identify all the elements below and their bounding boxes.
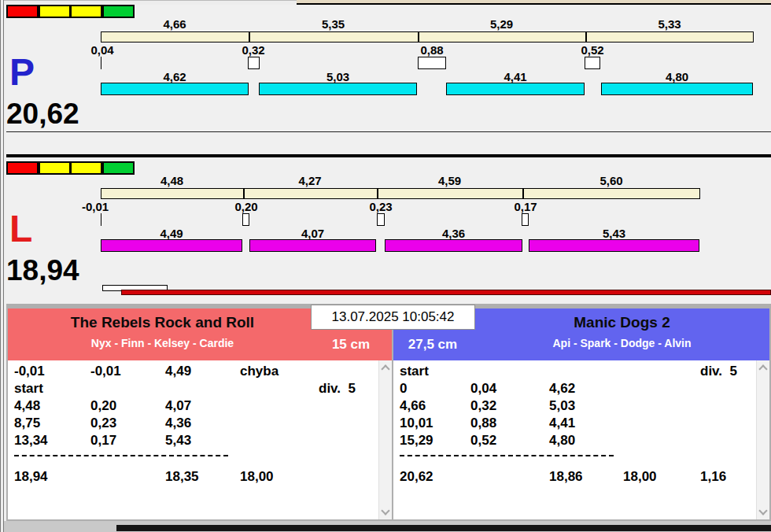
result-cell: 0,88 <box>470 416 496 431</box>
table-scrollbar[interactable] <box>756 360 769 519</box>
result-cell: 4,62 <box>549 381 575 397</box>
total-cell: 18,35 <box>165 469 199 485</box>
delta-value-label: 0,88 <box>420 43 443 56</box>
run-time-bar <box>249 239 376 252</box>
result-cell: 0,20 <box>90 398 116 414</box>
delta-value-label: 0,52 <box>581 43 603 56</box>
delta-tick-mark <box>101 57 101 69</box>
team-name-left: The Rebels Rock and Roll <box>8 314 317 331</box>
lane-letter-P: P <box>9 54 35 91</box>
total-cell: 18,86 <box>549 469 583 485</box>
split-time-label: 5,29 <box>490 17 513 30</box>
team-dogs-left: Nyx - Finn - Kelsey - Cardie <box>8 337 317 349</box>
delta-value-label: 0,32 <box>242 43 264 56</box>
result-cell: 0,23 <box>90 416 116 431</box>
result-cell: -0,01 <box>14 364 45 379</box>
results-table-right: startdiv. 500,044,624,660,325,0310,010,8… <box>393 360 769 519</box>
split-bar-divider <box>418 31 419 42</box>
result-cell: div. 5 <box>319 381 356 397</box>
scroll-down-button[interactable] <box>758 506 767 515</box>
total-cell: 18,00 <box>623 469 657 485</box>
split-time-bar <box>101 31 754 42</box>
split-time-bar <box>101 188 700 199</box>
run-time-label: 5,03 <box>326 70 349 83</box>
result-cell: 10,01 <box>400 416 433 431</box>
jump-height-left: 15 cm <box>311 337 391 353</box>
delta-value-label: 0,23 <box>369 200 392 212</box>
run-time-bar <box>385 239 522 252</box>
split-time-label: 4,59 <box>438 174 461 187</box>
result-cell: 4,41 <box>549 416 575 431</box>
results-table-left: -0,01-0,014,49chybastartdiv. 54,480,204,… <box>8 360 392 519</box>
run-time-bar <box>101 239 242 252</box>
result-cell: 4,66 <box>400 398 426 414</box>
progress-bar <box>121 290 771 295</box>
run-time-label: 4,41 <box>504 70 526 83</box>
result-cell: chyba <box>240 364 279 379</box>
run-time-bar <box>259 83 417 95</box>
delta-checkbox[interactable] <box>242 213 249 226</box>
window-bottom-edge <box>0 521 771 532</box>
lane-total-time: 20,62 <box>6 99 79 128</box>
run-time-bar <box>446 83 585 95</box>
run-time-bar <box>529 239 699 252</box>
lane-letter-L: L <box>9 210 32 248</box>
traffic-light-yellow <box>39 5 71 18</box>
lane-panel-right: 4,665,355,295,330,040,320,880,524,625,03… <box>0 5 771 131</box>
split-time-label: 4,66 <box>163 17 186 30</box>
taskbar-fragment <box>116 525 771 531</box>
run-time-label: 4,49 <box>160 227 183 239</box>
run-time-label: 4,36 <box>442 227 465 239</box>
delta-checkbox[interactable] <box>377 213 385 226</box>
total-cell: 18,00 <box>240 469 274 485</box>
lane-total-time: 18,94 <box>6 256 79 285</box>
split-time-label: 5,33 <box>658 17 681 30</box>
result-cell: 0,04 <box>470 381 496 397</box>
scroll-down-button[interactable] <box>381 506 389 515</box>
team-name-right: Manic Dogs 2 <box>474 314 769 331</box>
run-time-bar <box>101 83 249 95</box>
traffic-light-yellow <box>39 161 71 175</box>
timestamp-text: 13.07.2025 10:05:42 <box>332 309 455 325</box>
split-bar-divider <box>522 188 524 199</box>
flyball-timing-app: 4,665,355,295,330,040,320,880,524,625,03… <box>0 0 771 532</box>
lane-panel-left: 4,484,274,595,60-0,010,200,230,174,494,0… <box>0 161 771 283</box>
run-time-label: 4,62 <box>163 70 186 83</box>
delta-checkbox[interactable] <box>248 57 260 69</box>
split-bar-divider <box>377 188 378 199</box>
result-cell: 5,43 <box>165 433 191 449</box>
delta-value-label: -0,01 <box>82 200 109 212</box>
result-cell: 4,80 <box>549 433 575 449</box>
delta-checkbox[interactable] <box>522 213 529 226</box>
result-cell: 0 <box>400 381 407 397</box>
result-cell: start <box>400 364 429 379</box>
result-cell: 0,32 <box>470 398 496 414</box>
delta-checkbox[interactable] <box>585 57 600 69</box>
result-cell: 4,36 <box>165 416 191 431</box>
delta-value-label: 0,20 <box>234 200 257 212</box>
table-scrollbar[interactable] <box>378 360 392 519</box>
traffic-light-red <box>6 5 39 18</box>
timestamp-box: 13.07.2025 10:05:42 <box>311 305 475 330</box>
lane-divider <box>6 154 771 157</box>
total-cell: 18,94 <box>14 469 48 485</box>
traffic-light-yellow <box>70 5 102 18</box>
run-time-label: 5,43 <box>603 227 625 239</box>
totals-separator <box>14 455 228 457</box>
result-cell: 4,48 <box>14 398 40 414</box>
team-dogs-right: Api - Spark - Dodge - Alvin <box>474 337 769 349</box>
split-bar-divider <box>249 31 250 42</box>
scroll-up-button[interactable] <box>758 364 767 373</box>
scroll-up-button[interactable] <box>381 364 389 373</box>
traffic-light-red <box>6 161 39 175</box>
split-bar-divider <box>585 31 587 42</box>
run-time-label: 4,07 <box>301 227 324 239</box>
scoreboard-panel: The Rebels Rock and Roll Nyx - Finn - Ke… <box>6 304 771 521</box>
split-time-label: 4,27 <box>298 174 321 187</box>
delta-checkbox[interactable] <box>418 57 446 69</box>
run-time-label: 4,80 <box>666 70 688 83</box>
split-bar-divider <box>243 188 245 199</box>
split-time-label: 4,48 <box>160 174 183 187</box>
jump-height-right: 27,5 cm <box>391 337 474 353</box>
result-cell: 5,03 <box>549 398 575 414</box>
